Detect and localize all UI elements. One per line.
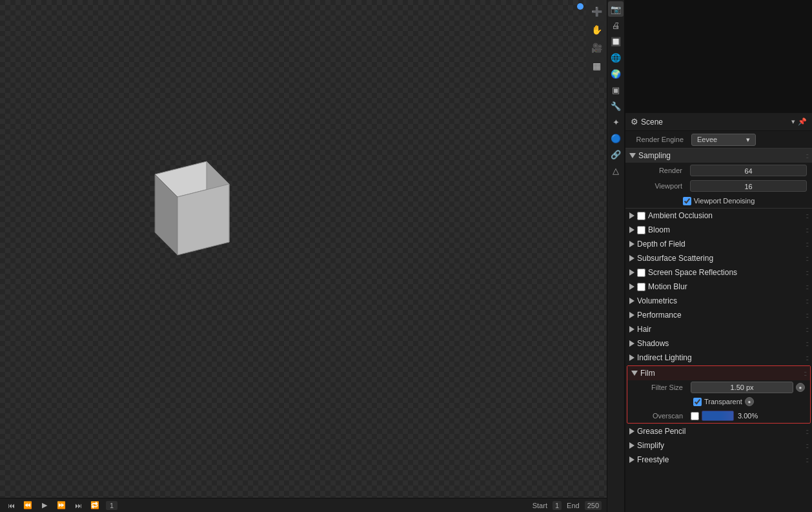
right-panel: ⚙ Scene ▾ 📌 Render Engine Eevee ▾ Sampli… [625, 0, 812, 512]
film-header[interactable]: Film :: [627, 366, 810, 380]
overscan-row: Overscan 3.00% [627, 409, 810, 423]
current-frame[interactable]: 1 [106, 501, 117, 510]
transparent-label: Transparent [704, 398, 742, 405]
tab-modifier[interactable]: 🔧 [608, 98, 624, 114]
depth-of-field-label: Depth of Field [637, 240, 685, 249]
sampling-collapse-icon [629, 153, 636, 158]
grease-pencil-header[interactable]: Grease Pencil :: [625, 424, 812, 438]
bloom-label: Bloom [648, 225, 670, 234]
start-value[interactable]: 1 [553, 501, 562, 510]
bloom-expand-icon [629, 227, 634, 233]
tab-scene[interactable]: 🌐 [608, 50, 624, 65]
depth-of-field-header[interactable]: Depth of Field :: [625, 237, 812, 251]
end-value[interactable]: 250 [585, 501, 602, 510]
volumetrics-header[interactable]: Volumetrics :: [625, 294, 812, 308]
tab-output[interactable]: 🖨 [608, 17, 624, 33]
viewport: ➕ ✋ 🎥 ▦ ⏮ ⏪ ▶ ⏩ ⏭ 🔁 1 Start 1 End 250 [0, 0, 607, 512]
grid-icon[interactable]: ▦ [589, 58, 604, 74]
viewport-samples-row: Viewport 16 [625, 178, 812, 194]
denoising-row: Viewport Denoising [625, 194, 812, 208]
render-samples-label: Render [636, 167, 687, 174]
bottom-bar: ⏮ ⏪ ▶ ⏩ ⏭ 🔁 1 Start 1 End 250 [0, 498, 607, 512]
tab-physics[interactable]: 🔵 [608, 130, 624, 146]
volumetrics-expand-icon [629, 298, 634, 304]
viewport-toolbar: ➕ ✋ 🎥 ▦ [586, 0, 607, 77]
simplify-header[interactable]: Simplify :: [625, 438, 812, 453]
grease-pencil-label: Grease Pencil [637, 427, 685, 436]
panel-menu-icon[interactable]: ▾ [791, 118, 795, 126]
tab-view-layer[interactable]: 🔲 [608, 34, 624, 49]
film-section: Film :: Filter Size 1.50 px ● Transparen… [627, 365, 811, 424]
overscan-value: 3.00% [738, 412, 758, 420]
transparent-checkbox[interactable] [693, 398, 702, 406]
tab-render[interactable]: 📷 [608, 1, 624, 17]
sampling-drag: :: [806, 152, 808, 159]
bloom-checkbox[interactable] [637, 226, 645, 234]
ssr-expand-icon [629, 269, 634, 276]
jump-start-icon[interactable]: ⏮ [5, 500, 17, 511]
loop-icon[interactable]: 🔁 [89, 500, 101, 511]
denoising-checkbox[interactable] [683, 197, 691, 205]
motion-blur-label: Motion Blur [648, 282, 687, 291]
volumetrics-label: Volumetrics [637, 296, 677, 305]
tab-object[interactable]: ▣ [608, 82, 624, 97]
sampling-header[interactable]: Sampling :: [625, 148, 812, 163]
panel-title: Scene [641, 118, 663, 127]
property-tabs: 📷 🖨 🔲 🌐 🌍 ▣ 🔧 ✦ 🔵 🔗 △ [607, 0, 625, 512]
motion-blur-checkbox[interactable] [637, 283, 645, 291]
filter-size-value[interactable]: 1.50 px [691, 382, 793, 393]
bloom-header[interactable]: Bloom :: [625, 223, 812, 237]
subsurface-scattering-header[interactable]: Subsurface Scattering :: [625, 251, 812, 265]
next-frame-icon[interactable]: ⏩ [56, 500, 67, 511]
ambient-occlusion-label: Ambient Occlusion [648, 211, 713, 220]
freestyle-expand-icon [629, 456, 634, 463]
render-samples-row: Render 64 [625, 163, 812, 178]
freestyle-header[interactable]: Freestyle :: [625, 453, 812, 467]
motion-blur-header[interactable]: Motion Blur :: [625, 280, 812, 294]
end-label: End [567, 502, 580, 509]
shadows-expand-icon [629, 340, 634, 347]
simplify-expand-icon [629, 442, 634, 449]
transparent-row: Transparent ● [627, 394, 810, 409]
motion-blur-expand-icon [629, 283, 634, 290]
ambient-occlusion-header[interactable]: Ambient Occlusion :: [625, 209, 812, 223]
panel-pin-icon[interactable]: 📌 [798, 118, 807, 126]
filter-size-dot[interactable]: ● [796, 383, 805, 392]
shadows-header[interactable]: Shadows :: [625, 336, 812, 351]
overscan-label: Overscan [643, 412, 688, 420]
render-samples-value[interactable]: 64 [690, 165, 807, 176]
jump-end-icon[interactable]: ⏭ [72, 500, 84, 511]
tab-constraints[interactable]: 🔗 [608, 147, 624, 162]
overscan-bar[interactable] [702, 411, 734, 421]
subsurface-scattering-label: Subsurface Scattering [637, 254, 713, 263]
performance-expand-icon [629, 312, 634, 318]
prev-frame-icon[interactable]: ⏪ [22, 500, 34, 511]
performance-label: Performance [637, 311, 682, 320]
start-label: Start [533, 502, 547, 509]
play-icon[interactable]: ▶ [39, 500, 50, 511]
viewport-samples-value[interactable]: 16 [690, 180, 807, 192]
move-tool-icon[interactable]: ✋ [589, 22, 604, 37]
overscan-checkbox[interactable] [691, 412, 699, 420]
tab-data[interactable]: △ [608, 163, 624, 178]
filter-size-label: Filter Size [643, 384, 688, 391]
screen-space-reflections-header[interactable]: Screen Space Reflections :: [625, 265, 812, 280]
performance-header[interactable]: Performance :: [625, 308, 812, 322]
ssr-checkbox[interactable] [637, 269, 645, 277]
add-tool-icon[interactable]: ➕ [589, 4, 604, 19]
blue-dot [577, 3, 584, 10]
tab-particles[interactable]: ✦ [608, 114, 624, 130]
ambient-occlusion-checkbox[interactable] [637, 212, 645, 220]
tab-world[interactable]: 🌍 [608, 66, 624, 81]
subsurface-scattering-expand-icon [629, 255, 634, 261]
indirect-lighting-header[interactable]: Indirect Lighting :: [625, 351, 812, 365]
filter-size-row: Filter Size 1.50 px ● [627, 380, 810, 394]
preview-area [625, 0, 812, 113]
hair-header[interactable]: Hair :: [625, 322, 812, 336]
render-engine-dropdown[interactable]: Eevee ▾ [691, 134, 756, 146]
ssr-label: Screen Space Reflections [648, 268, 737, 277]
transparent-dot[interactable]: ● [745, 397, 754, 406]
film-expand-icon [631, 371, 638, 376]
film-label: Film [640, 369, 655, 378]
camera-icon[interactable]: 🎥 [589, 40, 604, 56]
